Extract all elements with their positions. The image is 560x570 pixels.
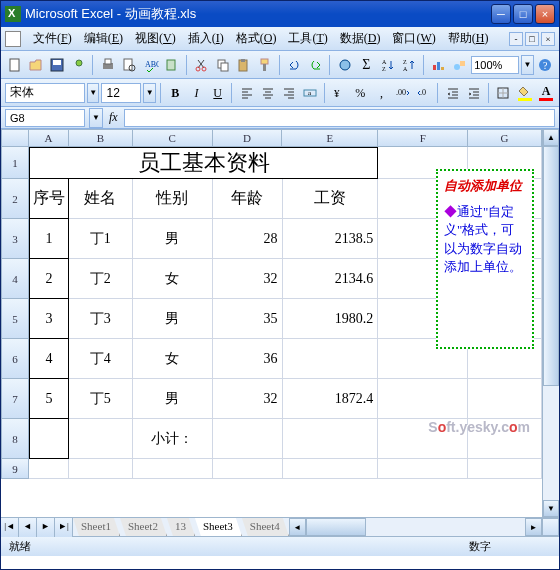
align-center-button[interactable] — [258, 82, 277, 104]
cell[interactable]: 男 — [133, 299, 213, 339]
doc-minimize-button[interactable]: - — [509, 32, 523, 46]
save-button[interactable] — [48, 54, 67, 76]
comma-button[interactable]: , — [372, 82, 391, 104]
cell[interactable] — [468, 379, 542, 419]
fill-color-button[interactable] — [515, 82, 534, 104]
row-header-8[interactable]: 8 — [1, 419, 29, 459]
menu-窗口W[interactable]: 窗口(W) — [386, 28, 441, 49]
menu-文件F[interactable]: 文件(F) — [27, 28, 78, 49]
cell[interactable]: 32 — [213, 379, 283, 419]
cell[interactable] — [283, 339, 379, 379]
cell[interactable]: 4 — [29, 339, 69, 379]
cell[interactable]: 丁2 — [69, 259, 133, 299]
select-all-corner[interactable] — [1, 129, 29, 147]
menu-数据D[interactable]: 数据(D) — [334, 28, 387, 49]
menu-工具T[interactable]: 工具(T) — [282, 28, 333, 49]
tab-first-button[interactable]: |◄ — [1, 518, 19, 537]
cell[interactable] — [213, 459, 283, 479]
cell[interactable]: 年龄 — [213, 179, 283, 219]
scroll-right-button[interactable]: ► — [525, 518, 542, 536]
format-painter-button[interactable] — [256, 54, 275, 76]
vscroll-thumb[interactable] — [543, 146, 559, 386]
cell[interactable] — [133, 459, 213, 479]
cell[interactable]: 28 — [213, 219, 283, 259]
row-header-1[interactable]: 1 — [1, 147, 29, 179]
formula-input[interactable] — [124, 109, 555, 127]
cell[interactable]: 男 — [133, 219, 213, 259]
row-header-6[interactable]: 6 — [1, 339, 29, 379]
cell[interactable]: 丁4 — [69, 339, 133, 379]
permission-button[interactable] — [69, 54, 88, 76]
cell[interactable]: 姓名 — [69, 179, 133, 219]
spelling-button[interactable]: ABC — [141, 54, 160, 76]
cell[interactable]: 2134.6 — [283, 259, 379, 299]
row-header-9[interactable]: 9 — [1, 459, 29, 479]
autosum-button[interactable]: Σ — [357, 54, 376, 76]
italic-button[interactable]: I — [187, 82, 206, 104]
doc-restore-button[interactable]: □ — [525, 32, 539, 46]
row-header-7[interactable]: 7 — [1, 379, 29, 419]
merge-center-button[interactable]: a — [301, 82, 320, 104]
font-size-dropdown[interactable]: ▼ — [143, 83, 155, 103]
sheet-tab-Sheet4[interactable]: Sheet4 — [242, 518, 289, 536]
col-header-E[interactable]: E — [282, 129, 378, 147]
menu-视图V[interactable]: 视图(V) — [129, 28, 182, 49]
paste-button[interactable] — [234, 54, 253, 76]
scroll-down-button[interactable]: ▼ — [543, 500, 559, 517]
sheet-tab-13[interactable]: 13 — [167, 518, 195, 536]
align-left-button[interactable] — [237, 82, 256, 104]
fx-icon[interactable]: fx — [109, 110, 118, 125]
cell[interactable] — [69, 459, 133, 479]
vertical-scrollbar[interactable]: ▲ ▼ — [542, 129, 559, 517]
new-button[interactable] — [5, 54, 24, 76]
tab-prev-button[interactable]: ◄ — [19, 518, 37, 537]
sort-asc-button[interactable]: AZ — [378, 54, 397, 76]
undo-button[interactable] — [285, 54, 304, 76]
zoom-dropdown[interactable]: ▼ — [521, 55, 534, 75]
cell[interactable] — [378, 379, 468, 419]
cell[interactable]: 员工基本资料 — [29, 147, 378, 179]
sheet-tab-Sheet2[interactable]: Sheet2 — [120, 518, 167, 536]
menu-格式O[interactable]: 格式(O) — [230, 28, 283, 49]
cell[interactable]: 1 — [29, 219, 69, 259]
tab-next-button[interactable]: ► — [37, 518, 55, 537]
cell[interactable] — [283, 419, 379, 459]
sheet-tab-Sheet1[interactable]: Sheet1 — [73, 518, 120, 536]
print-button[interactable] — [98, 54, 117, 76]
research-button[interactable] — [162, 54, 181, 76]
percent-button[interactable]: % — [351, 82, 370, 104]
row-header-4[interactable]: 4 — [1, 259, 29, 299]
font-name-input[interactable] — [5, 83, 85, 103]
cell[interactable]: 丁5 — [69, 379, 133, 419]
font-color-button[interactable]: A — [536, 82, 555, 104]
borders-button[interactable] — [493, 82, 512, 104]
cell[interactable] — [29, 459, 69, 479]
font-name-dropdown[interactable]: ▼ — [87, 83, 99, 103]
scroll-up-button[interactable]: ▲ — [543, 129, 559, 146]
cell[interactable]: 35 — [213, 299, 283, 339]
cell[interactable]: 3 — [29, 299, 69, 339]
col-header-F[interactable]: F — [378, 129, 468, 147]
decrease-indent-button[interactable] — [443, 82, 462, 104]
copy-button[interactable] — [213, 54, 232, 76]
row-header-3[interactable]: 3 — [1, 219, 29, 259]
cell[interactable]: 小计： — [133, 419, 213, 459]
minimize-button[interactable]: ─ — [491, 4, 511, 24]
sheet-tab-Sheet3[interactable]: Sheet3 — [195, 518, 242, 536]
drawing-button[interactable] — [450, 54, 469, 76]
sort-desc-button[interactable]: ZA — [399, 54, 418, 76]
cell[interactable]: 5 — [29, 379, 69, 419]
zoom-input[interactable] — [471, 56, 519, 74]
decrease-decimal-button[interactable]: .0 — [414, 82, 433, 104]
close-button[interactable]: × — [535, 4, 555, 24]
menu-编辑E[interactable]: 编辑(E) — [78, 28, 129, 49]
bold-button[interactable]: B — [166, 82, 185, 104]
font-size-input[interactable] — [101, 83, 141, 103]
scroll-left-button[interactable]: ◄ — [289, 518, 306, 536]
cell[interactable] — [29, 419, 69, 459]
cell[interactable]: 丁3 — [69, 299, 133, 339]
col-header-D[interactable]: D — [213, 129, 283, 147]
cell[interactable]: 序号 — [29, 179, 69, 219]
cell[interactable]: 1980.2 — [283, 299, 379, 339]
cell[interactable]: 性别 — [133, 179, 213, 219]
